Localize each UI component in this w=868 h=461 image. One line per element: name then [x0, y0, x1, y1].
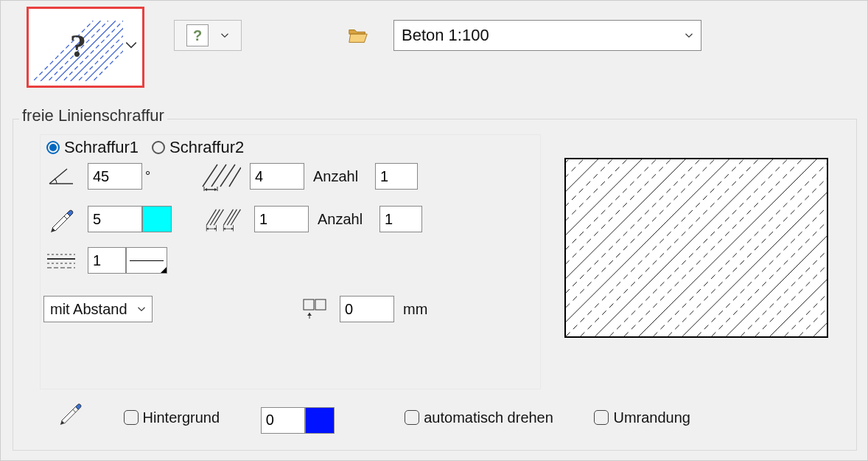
origin-offset-input[interactable]: [340, 296, 394, 322]
svg-rect-34: [315, 299, 326, 310]
svg-line-62: [755, 159, 827, 336]
svg-line-49: [566, 159, 816, 336]
hatch-style-preview: ?: [33, 13, 123, 81]
hatch-preview: [564, 158, 828, 338]
background-pen-input[interactable]: [261, 407, 305, 434]
count2-input[interactable]: [379, 206, 422, 232]
linetype-input[interactable]: [88, 247, 126, 274]
tab-schraffur1[interactable]: Schraffur1: [46, 138, 139, 157]
tab-schraffur2[interactable]: Schraffur2: [152, 138, 244, 157]
spacing1-input[interactable]: [250, 163, 304, 190]
svg-line-61: [741, 159, 827, 336]
hatch-preset-value: Beton 1:100: [402, 26, 489, 45]
svg-line-66: [813, 159, 827, 336]
tab-body: ° Anzahl: [41, 157, 540, 384]
border-checkbox[interactable]: Umrandung: [594, 409, 690, 426]
svg-line-51: [595, 159, 827, 336]
chevron-down-icon: [137, 305, 146, 313]
svg-line-64: [785, 159, 827, 336]
row-linetype: [43, 247, 537, 274]
svg-line-41: [566, 159, 700, 336]
checkbox-unchecked-icon: [124, 410, 139, 425]
svg-line-43: [566, 159, 729, 336]
checkbox-unchecked-icon: [405, 410, 419, 425]
svg-line-10: [203, 164, 217, 187]
radio-unselected-icon: [152, 141, 165, 154]
group-title: freie Linienschraffur: [19, 106, 167, 125]
radio-selected-icon: [46, 141, 60, 154]
auto-rotate-label: automatisch drehen: [424, 409, 553, 426]
group-spacing-icon: [204, 204, 245, 234]
free-line-hatch-group: freie Linienschraffur Schraffur1 Schraff…: [13, 119, 857, 451]
svg-line-54: [639, 159, 827, 336]
svg-line-59: [712, 159, 827, 336]
svg-line-45: [566, 159, 758, 336]
svg-line-63: [770, 159, 827, 336]
origin-offset-icon: [300, 297, 331, 322]
pen-icon[interactable]: [57, 400, 83, 429]
svg-line-47: [566, 159, 788, 336]
count1-label: Anzahl: [313, 168, 366, 185]
element-info-dropdown[interactable]: ?: [174, 20, 242, 51]
chevron-down-icon: [685, 31, 693, 40]
pen-input[interactable]: [88, 206, 142, 232]
degree-unit: °: [145, 169, 155, 184]
tab-row: Schraffur1 Schraffur2: [41, 135, 540, 157]
bottom-row: Hintergrund automatisch drehen Umrandung: [57, 400, 841, 434]
background-checkbox[interactable]: Hintergrund: [124, 409, 220, 426]
svg-line-5: [56, 21, 124, 81]
spacing-mode-select[interactable]: mit Abstand: [43, 296, 153, 322]
tab-label: Schraffur1: [64, 138, 139, 157]
spacing2-input[interactable]: [254, 206, 309, 232]
angle-icon: [43, 166, 79, 187]
hatch-preview-pattern-icon: [566, 159, 827, 336]
svg-line-60: [727, 159, 827, 336]
svg-line-57: [682, 159, 827, 336]
checkbox-unchecked-icon: [594, 410, 609, 425]
top-row: ? ? Beton 1:100: [27, 7, 845, 88]
hatch-pattern-icon: ?: [33, 13, 123, 81]
linetype-icon: [43, 252, 79, 269]
row-pen: Anzahl: [43, 204, 537, 234]
svg-line-11: [211, 164, 226, 187]
angle-input[interactable]: [88, 163, 142, 190]
svg-line-65: [799, 159, 827, 336]
count2-label: Anzahl: [318, 211, 371, 228]
tab-label: Schraffur2: [169, 138, 244, 157]
svg-line-1: [33, 21, 101, 81]
question-mark-icon: ?: [186, 24, 209, 46]
pen-icon: [43, 206, 79, 232]
hatch-settings-panel: ? ? Beton 1:100 fre: [1, 1, 867, 460]
hatch-preset-select[interactable]: Beton 1:100: [393, 20, 701, 51]
svg-line-52: [609, 159, 827, 336]
chevron-down-icon: [220, 31, 229, 40]
chevron-down-icon: [125, 38, 138, 52]
mm-unit: mm: [403, 301, 427, 318]
background-color-swatch[interactable]: [305, 407, 335, 434]
spacing-mode-value: mit Abstand: [50, 301, 127, 318]
linetype-swatch[interactable]: [126, 247, 167, 274]
border-label: Umrandung: [613, 409, 690, 426]
svg-text:?: ?: [70, 27, 86, 64]
svg-rect-33: [304, 299, 314, 310]
hatch-layer-tabs: Schraffur1 Schraffur2 °: [40, 134, 541, 389]
row-angle: ° Anzahl: [43, 162, 537, 191]
row-spacing-mode: mit Abstand mm: [43, 296, 537, 322]
svg-line-56: [668, 159, 827, 336]
count1-input[interactable]: [375, 163, 418, 190]
folder-open-icon[interactable]: [347, 24, 369, 46]
background-label: Hintergrund: [143, 409, 220, 426]
svg-line-58: [697, 159, 827, 336]
line-spacing-icon: [200, 162, 241, 191]
auto-rotate-checkbox[interactable]: automatisch drehen: [405, 409, 553, 426]
svg-line-37: [566, 159, 642, 336]
pen-color-swatch[interactable]: [142, 206, 172, 232]
svg-line-12: [220, 164, 235, 187]
hatch-style-picker[interactable]: ?: [27, 7, 144, 88]
